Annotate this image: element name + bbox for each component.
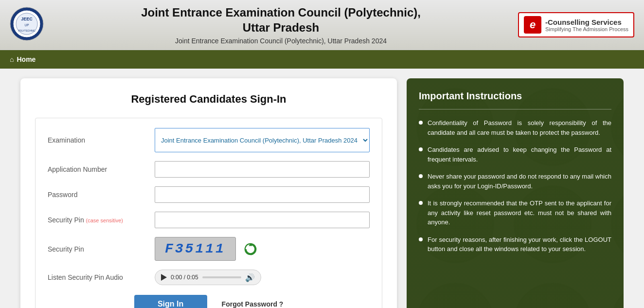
counselling-name: -Counselling Services	[545, 18, 628, 26]
svg-text:JEEC: JEEC	[21, 17, 33, 21]
application-number-label: Application Number	[48, 165, 155, 173]
examination-select[interactable]: Joint Entrance Examination Council (Poly…	[155, 128, 370, 152]
audio-label: Listen Security Pin Audio	[48, 273, 155, 281]
security-pin-display: F35111	[155, 237, 259, 261]
refresh-icon	[244, 242, 257, 256]
home-link[interactable]: ⌂ Home	[10, 55, 36, 63]
header-sub-title: Joint Entrance Examination Council (Poly…	[44, 37, 518, 45]
svg-text:POLYTECHNIC: POLYTECHNIC	[18, 29, 36, 32]
home-label: Home	[17, 55, 36, 63]
password-input[interactable]	[155, 186, 370, 203]
counselling-icon: e	[524, 16, 541, 34]
list-item: For security reasons, after finishing yo…	[419, 235, 611, 254]
case-sensitive-note: (case sensitive)	[86, 217, 123, 223]
bullet-icon	[419, 237, 423, 241]
instructions-title: Important Instructions	[419, 91, 611, 102]
audio-row: Listen Security Pin Audio 0:00 / 0:05 🔊	[48, 270, 370, 285]
refresh-captcha-button[interactable]	[242, 240, 259, 258]
bullet-icon	[419, 121, 423, 125]
examination-label: Examination	[48, 136, 155, 144]
counselling-tagline: Simplifying The Admission Process	[545, 26, 628, 32]
header-main-title: Joint Entrance Examination Council (Poly…	[44, 5, 518, 35]
audio-play-button[interactable]	[161, 274, 167, 281]
bullet-icon	[419, 174, 423, 178]
password-row: Password	[48, 186, 370, 203]
security-pin-captcha-row: Security Pin F35111	[48, 237, 370, 261]
captcha-image: F35111	[155, 237, 236, 261]
svg-text:UP: UP	[24, 23, 29, 27]
signin-form: Examination Joint Entrance Examination C…	[35, 118, 382, 308]
audio-player: 0:00 / 0:05 🔊	[155, 270, 261, 285]
security-pin-input[interactable]	[155, 212, 370, 228]
main-content: Registered Candidates Sign-In Examinatio…	[11, 69, 633, 308]
list-item: It is strongly recommended that the OTP …	[419, 199, 611, 227]
button-row: Sign In Forgot Password ?	[48, 295, 370, 308]
bullet-icon	[419, 147, 423, 151]
signin-title: Registered Candidates Sign-In	[35, 93, 382, 106]
play-icon	[161, 274, 167, 281]
signin-button[interactable]: Sign In	[134, 295, 207, 308]
signin-panel: Registered Candidates Sign-In Examinatio…	[20, 78, 397, 308]
home-icon: ⌂	[10, 55, 14, 63]
nav-bar: ⌂ Home	[0, 50, 644, 69]
list-item: Never share your password and do not res…	[419, 172, 611, 191]
list-item: Candidates are advised to keep changing …	[419, 145, 611, 164]
password-label: Password	[48, 191, 155, 199]
instructions-list: Confidentiality of Password is solely re…	[419, 118, 611, 254]
bullet-icon	[419, 201, 423, 205]
audio-progress-bar[interactable]	[202, 276, 241, 278]
application-number-input[interactable]	[155, 161, 370, 178]
list-item: Confidentiality of Password is solely re…	[419, 118, 611, 137]
examination-row: Examination Joint Entrance Examination C…	[48, 128, 370, 152]
counselling-text: -Counselling Services Simplifying The Ad…	[545, 18, 628, 32]
jeec-logo: JEEC UP POLYTECHNIC	[10, 7, 44, 43]
security-pin-input-label: Security Pin (case sensitive)	[48, 216, 155, 224]
forgot-password-button[interactable]: Forgot Password ?	[222, 300, 284, 308]
volume-icon: 🔊	[245, 273, 255, 282]
instructions-divider	[419, 109, 611, 109]
header-title-block: Joint Entrance Examination Council (Poly…	[44, 5, 518, 45]
security-pin-captcha-label: Security Pin	[48, 245, 155, 253]
application-number-row: Application Number	[48, 161, 370, 178]
counselling-logo: e -Counselling Services Simplifying The …	[518, 12, 634, 37]
security-pin-input-row: Security Pin (case sensitive)	[48, 212, 370, 228]
audio-time-display: 0:00 / 0:05	[171, 274, 198, 281]
instructions-panel: Important Instructions Confidentiality o…	[407, 78, 624, 308]
page-header: JEEC UP POLYTECHNIC Joint Entrance Exami…	[0, 0, 644, 50]
